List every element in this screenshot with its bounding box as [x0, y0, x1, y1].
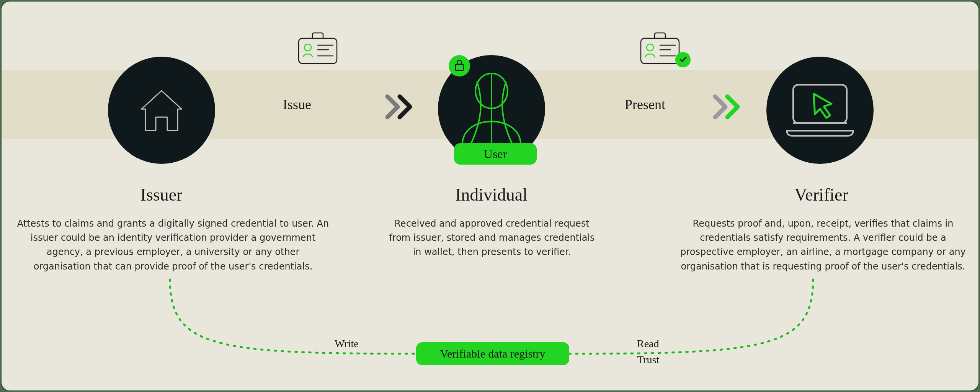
laptop-cursor-icon — [782, 76, 858, 145]
issuer-node — [108, 57, 215, 164]
present-label: Present — [625, 96, 665, 113]
svg-rect-3 — [456, 64, 464, 70]
write-label: Write — [335, 338, 359, 350]
svg-rect-4 — [299, 38, 337, 64]
issuer-desc: Attests to claims and grants a digitally… — [17, 217, 329, 274]
diagram-frame: User Issue Present — [1, 1, 979, 391]
svg-point-10 — [647, 44, 653, 51]
svg-rect-9 — [641, 38, 679, 64]
lock-badge — [449, 55, 470, 77]
credential-card-icon — [295, 29, 341, 69]
verified-check-badge — [675, 52, 691, 67]
chevron-present-icon — [712, 93, 746, 122]
svg-point-5 — [304, 44, 311, 51]
issuer-title: Issuer — [2, 185, 321, 205]
person-icon — [455, 70, 528, 147]
check-icon — [678, 54, 688, 65]
verifier-desc: Requests proof and, upon, receipt, verif… — [678, 217, 968, 274]
house-icon — [133, 82, 190, 139]
trust-label: Trust — [637, 354, 659, 366]
verifier-node — [766, 57, 874, 164]
registry-label: Verifiable data registry — [440, 347, 546, 360]
read-label: Read — [637, 338, 659, 350]
user-badge: User — [454, 143, 537, 165]
svg-rect-1 — [793, 85, 847, 123]
registry-pill: Verifiable data registry — [416, 342, 569, 365]
user-badge-label: User — [484, 147, 507, 161]
lock-icon — [454, 59, 465, 73]
chevron-issue-icon — [384, 93, 419, 122]
issue-label: Issue — [283, 96, 311, 113]
verifier-title: Verifier — [662, 185, 979, 205]
individual-desc: Received and approved credential request… — [384, 217, 599, 260]
individual-title: Individual — [332, 185, 651, 205]
